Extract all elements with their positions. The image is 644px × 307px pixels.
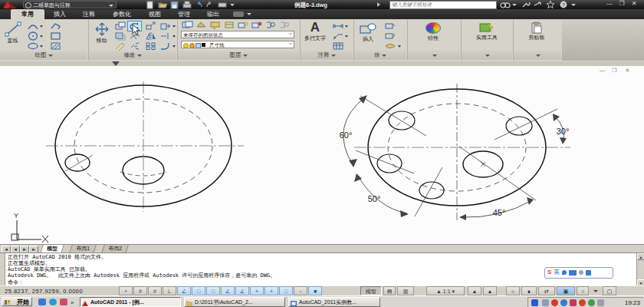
draw-panel-label[interactable]: 绘图 <box>0 51 87 60</box>
ortho-toggle[interactable]: L <box>163 286 176 295</box>
minimize-button[interactable]: — <box>604 1 615 8</box>
drawing-quickview-button[interactable]: ▥ <box>397 286 414 295</box>
print-button[interactable] <box>218 1 228 8</box>
quicklaunch-folder-icon[interactable] <box>60 299 67 305</box>
hatch-tool-button[interactable] <box>49 41 62 51</box>
task-button-autocad[interactable]: AutoCAD 2011 - [例... <box>80 297 181 307</box>
ducs-toggle[interactable]: ∠ <box>235 286 249 295</box>
redo-button[interactable] <box>205 1 215 8</box>
layer-lock-button[interactable] <box>250 21 263 30</box>
sogou-icon[interactable]: S <box>547 268 551 277</box>
properties-button[interactable]: 特性 <box>418 21 449 50</box>
tab-overflow-icon[interactable] <box>247 13 251 15</box>
circle-dropdown-icon[interactable] <box>39 31 44 41</box>
arc-tool-button[interactable] <box>26 21 39 31</box>
dyn-toggle[interactable]: + <box>250 286 264 295</box>
camera-tab-icon[interactable] <box>233 12 244 17</box>
annotation-visibility-button[interactable]: ▲ <box>468 286 481 295</box>
block-dropdown-icon[interactable] <box>397 41 402 51</box>
layer-prev-button[interactable] <box>209 21 222 30</box>
layer-match-button[interactable] <box>195 21 208 30</box>
layer-properties-button[interactable] <box>181 21 194 30</box>
clipboard-panel-label[interactable] <box>514 51 561 60</box>
task-button-folder[interactable]: D:\2011书\AutoCAD_2... <box>184 297 285 307</box>
new-file-button[interactable] <box>146 1 156 8</box>
tray-icon[interactable] <box>560 299 567 306</box>
open-file-button[interactable] <box>158 1 168 8</box>
block-attributes-button[interactable] <box>383 31 396 41</box>
utilities-panel-label[interactable] <box>462 51 512 60</box>
quicklaunch-messenger-icon[interactable] <box>38 299 46 305</box>
tab-home[interactable]: 常用 <box>11 9 44 19</box>
workspace-switch-button[interactable]: ☼ <box>506 286 520 295</box>
layer-dropdown[interactable]: 尺寸线 <box>181 41 294 48</box>
drawing-canvas[interactable]: 60° 30° 50° 45° Y — ❐ ✕ <box>0 66 644 244</box>
modify-r2-dropdown-icon[interactable] <box>172 31 177 41</box>
undo-button[interactable] <box>195 1 205 8</box>
layer-on-button[interactable] <box>264 21 277 30</box>
quicklaunch-ie-icon[interactable] <box>49 299 57 305</box>
modify-r3-dropdown-icon[interactable] <box>172 41 177 51</box>
toolbar-lock-button[interactable]: ∎ <box>521 286 537 295</box>
polar-toggle[interactable]: ∠ <box>177 286 191 295</box>
doc-close-button[interactable]: ✕ <box>623 68 632 74</box>
ime-lang-toggle[interactable]: 英 <box>554 268 560 277</box>
stretch-tool-button[interactable] <box>159 21 172 31</box>
task-button-document[interactable]: AutoCAD_2011实例教... <box>288 297 380 307</box>
close-button[interactable]: ✕ <box>629 1 639 8</box>
transparency-toggle[interactable]: □ <box>279 286 293 295</box>
offset-tool-button[interactable] <box>113 31 127 41</box>
tray-shield-icon[interactable] <box>579 299 586 306</box>
exchange-icon[interactable] <box>534 1 543 9</box>
workspace-switcher[interactable]: 二维草图与注释 <box>23 1 117 8</box>
quicklaunch-overflow-icon[interactable]: » <box>71 299 74 306</box>
layers-panel-label[interactable]: 图层 <box>178 51 299 60</box>
help-dropdown-icon[interactable] <box>571 4 576 6</box>
modify-r1-dropdown-icon[interactable] <box>172 21 177 31</box>
ime-keyboard-icon[interactable] <box>569 270 577 276</box>
doc-minimize-button[interactable]: — <box>597 68 607 74</box>
block-panel-label[interactable]: 块 <box>354 51 406 60</box>
start-button[interactable]: 开始 <box>2 297 32 306</box>
search-input[interactable] <box>390 2 493 7</box>
star-icon[interactable] <box>546 1 555 9</box>
leader-dropdown-icon[interactable] <box>344 31 350 41</box>
tab-output[interactable]: 输出 <box>199 9 227 19</box>
mtext-button[interactable]: A 多行文字 <box>302 21 328 50</box>
save-button[interactable] <box>170 1 180 8</box>
plot-button[interactable] <box>182 1 192 8</box>
clipboard-button[interactable]: 剪贴板 <box>520 21 554 50</box>
copy-tool-button[interactable] <box>113 21 127 31</box>
array-tool-button[interactable] <box>144 41 157 51</box>
arc-dropdown-icon[interactable] <box>39 21 44 31</box>
table-button[interactable] <box>331 41 344 51</box>
command-window-grip[interactable] <box>0 253 5 286</box>
tab-view[interactable]: 视图 <box>141 9 169 19</box>
layer-freeze-button[interactable] <box>236 21 249 30</box>
tab-manage[interactable]: 管理 <box>170 9 198 19</box>
ellipse-tool-button[interactable] <box>26 41 39 51</box>
fillet-tool-button[interactable] <box>159 41 172 51</box>
wrench-icon[interactable] <box>521 1 531 9</box>
grid-toggle[interactable]: # <box>133 286 147 295</box>
block-define-button[interactable] <box>383 41 396 51</box>
move-tool-button[interactable]: 移动 <box>91 21 112 50</box>
mirror-tool-button[interactable] <box>144 31 157 41</box>
status-overflow-icon[interactable] <box>593 290 598 292</box>
explode-tool-button[interactable] <box>128 41 141 51</box>
help-icon[interactable]: ? <box>560 1 569 9</box>
ime-user-icon[interactable] <box>579 270 583 275</box>
leader-button[interactable] <box>331 31 344 41</box>
gridlines-toggle[interactable]: # <box>148 286 162 295</box>
tray-display-icon[interactable] <box>597 299 604 306</box>
snap-toggle[interactable]: + <box>119 286 133 295</box>
polyline-tool-button[interactable] <box>49 21 62 31</box>
restore-button[interactable]: ❐ <box>616 1 627 8</box>
search-dropdown-icon[interactable] <box>512 4 517 6</box>
modify-panel-label[interactable]: 修改 <box>89 51 176 60</box>
dimension-dropdown-icon[interactable] <box>344 21 350 31</box>
insert-block-button[interactable]: 插入 <box>356 21 380 50</box>
layout-quickview-button[interactable]: ▤ <box>383 286 396 295</box>
tab-insert[interactable]: 插入 <box>46 9 74 19</box>
scale-tool-button[interactable] <box>144 21 157 31</box>
